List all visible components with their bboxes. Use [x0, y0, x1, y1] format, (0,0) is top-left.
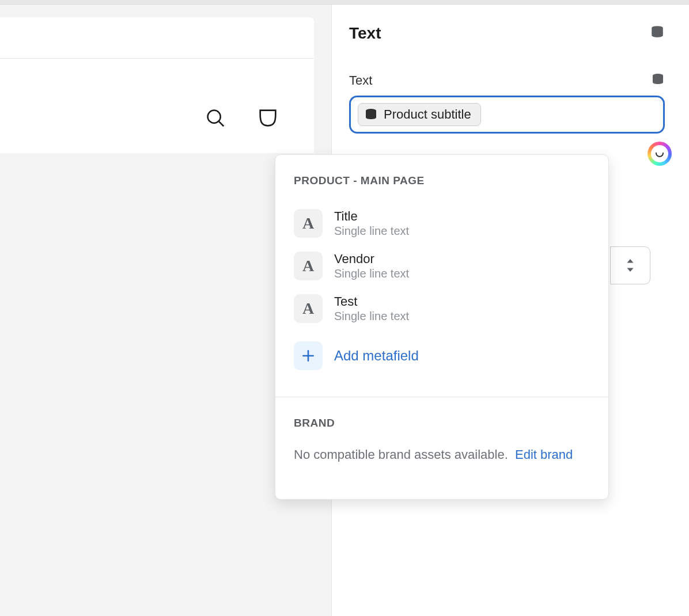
text-field-label-row: Text	[349, 73, 665, 89]
text-field-label: Text	[349, 73, 372, 88]
metafield-option-subtitle: Single line text	[334, 225, 409, 238]
metafield-option-vendor[interactable]: A Vendor Single line text	[294, 245, 590, 287]
metafield-option-title[interactable]: A Title Single line text	[294, 202, 590, 245]
dropdown-heading-brand: BRAND	[294, 417, 590, 429]
preview-header	[0, 17, 314, 59]
text-dynamic-input[interactable]: Product subtitle	[349, 96, 665, 134]
dynamic-token-label: Product subtitle	[384, 107, 471, 122]
dynamic-source-icon[interactable]	[651, 73, 665, 89]
metafield-option-test[interactable]: A Test Single line text	[294, 287, 590, 330]
metafield-option-subtitle: Single line text	[334, 267, 409, 280]
select-control[interactable]	[610, 246, 650, 284]
dynamic-source-token[interactable]: Product subtitle	[358, 103, 481, 126]
dynamic-source-icon[interactable]	[650, 25, 665, 42]
metafield-option-label: Vendor	[334, 252, 409, 267]
dropdown-section-product: PRODUCT - MAIN PAGE A Title Single line …	[275, 155, 608, 397]
dynamic-source-dropdown: PRODUCT - MAIN PAGE A Title Single line …	[275, 154, 609, 500]
dropdown-section-brand: BRAND No compatible brand assets availab…	[275, 397, 608, 499]
sidebar-title: Text	[349, 24, 381, 43]
top-border	[0, 0, 689, 5]
search-icon[interactable]	[205, 107, 226, 129]
metafield-option-subtitle: Single line text	[334, 310, 409, 323]
svg-point-0	[208, 111, 221, 123]
sort-icon	[625, 259, 635, 272]
assistant-badge-icon[interactable]	[648, 142, 672, 166]
plus-icon	[294, 341, 323, 370]
preview-iconbar	[205, 107, 279, 130]
brand-message-text: No compatible brand assets available.	[294, 447, 508, 462]
metafield-option-label: Test	[334, 294, 409, 309]
cart-icon[interactable]	[256, 107, 279, 130]
text-type-icon: A	[294, 294, 323, 323]
svg-line-1	[219, 121, 224, 126]
edit-brand-link[interactable]: Edit brand	[515, 447, 573, 462]
add-metafield-button[interactable]: Add metafield	[294, 334, 590, 377]
sidebar-title-row: Text	[349, 24, 665, 43]
metafield-option-label: Title	[334, 209, 409, 224]
database-icon	[364, 108, 378, 121]
preview-pane	[0, 17, 314, 153]
text-type-icon: A	[294, 252, 323, 280]
dropdown-heading-product: PRODUCT - MAIN PAGE	[294, 174, 590, 187]
text-type-icon: A	[294, 209, 323, 238]
brand-empty-message: No compatible brand assets available. Ed…	[294, 444, 590, 465]
add-metafield-label: Add metafield	[334, 348, 419, 364]
